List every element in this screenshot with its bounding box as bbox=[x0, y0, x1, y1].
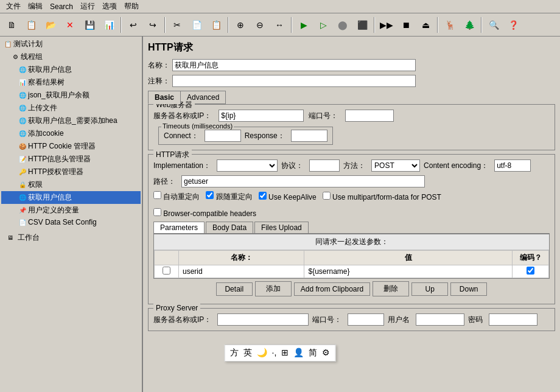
proxy-server-input[interactable] bbox=[217, 313, 309, 326]
item-icon-12: 📄 bbox=[18, 218, 27, 226]
name-input[interactable] bbox=[172, 59, 416, 71]
toolbar-remote-start[interactable]: ▶▶ bbox=[377, 16, 396, 34]
checkbox-browser-compat[interactable] bbox=[153, 208, 161, 216]
toolbar-open[interactable]: 📂 bbox=[41, 16, 60, 34]
toolbar-templates[interactable]: 📋 bbox=[22, 16, 40, 34]
toolbar-redo[interactable]: ↪ bbox=[144, 16, 162, 34]
toolbar-sep-2 bbox=[164, 17, 166, 33]
checkbox-auto-redirect-label[interactable]: 自动重定向 bbox=[153, 191, 200, 202]
toolbar-expand[interactable]: ⊕ bbox=[231, 16, 250, 34]
menu-run[interactable]: 运行 bbox=[77, 0, 99, 13]
proxy-user-input[interactable] bbox=[416, 313, 464, 326]
checkbox-browser-compat-text: Browser-compatible headers bbox=[163, 209, 256, 218]
toolbar-stop[interactable]: ⬤ bbox=[334, 16, 352, 34]
toolbar-toggle[interactable]: ↔ bbox=[270, 16, 289, 34]
inner-tab-parameters[interactable]: Parameters bbox=[153, 222, 205, 233]
menu-help[interactable]: 帮助 bbox=[121, 0, 142, 13]
menu-search[interactable]: Search bbox=[46, 1, 77, 12]
protocol-input[interactable] bbox=[309, 159, 340, 172]
item-icon-9: 🔒 bbox=[18, 181, 27, 189]
tree-item-3[interactable]: 🌐 上传文件 bbox=[1, 102, 141, 114]
toolbar-clear[interactable]: 🦌 bbox=[441, 16, 459, 34]
toolbar-cut[interactable]: ✂ bbox=[168, 16, 186, 34]
checkbox-browser-compat-label[interactable]: Browser-compatible headers bbox=[153, 208, 256, 218]
toolbar-stop-now[interactable]: ⬛ bbox=[353, 16, 371, 34]
toolbar-paste[interactable]: 📋 bbox=[207, 16, 225, 34]
tree-item-1[interactable]: 📊 察看结果树 bbox=[1, 76, 141, 89]
inner-tabs: Parameters Body Data Files Upload bbox=[153, 222, 550, 234]
proxy-port-input[interactable] bbox=[348, 313, 384, 326]
checkbox-multipart-label[interactable]: Use multipart/form-data for POST bbox=[323, 192, 441, 201]
item-label-3: 上传文件 bbox=[28, 103, 57, 113]
table-header-text: 同请求一起发送参数： bbox=[154, 234, 549, 250]
connect-input[interactable] bbox=[205, 130, 241, 142]
tree-item-9[interactable]: 🔒 权限 bbox=[1, 178, 141, 191]
toolbar-save[interactable]: 💾 bbox=[80, 16, 99, 34]
checkbox-multipart[interactable] bbox=[323, 192, 331, 200]
tab-basic[interactable]: Basic bbox=[148, 91, 181, 104]
tree-item-5[interactable]: 🌐 添加cookie bbox=[1, 127, 141, 140]
item-label-2: json_获取用户余额 bbox=[28, 90, 89, 100]
menu-edit[interactable]: 编辑 bbox=[24, 0, 46, 13]
comment-input[interactable] bbox=[172, 75, 416, 87]
workbench[interactable]: 🖥 工作台 bbox=[1, 230, 141, 245]
tree-item-0[interactable]: 🌐 获取用户信息 bbox=[1, 63, 141, 76]
ime-icon-4: ·, bbox=[272, 348, 277, 359]
tree-item-12[interactable]: 📄 CSV Data Set Config bbox=[1, 217, 141, 228]
tree-item-thread-group[interactable]: ⚙ 线程组 bbox=[1, 51, 141, 63]
server-input[interactable] bbox=[219, 110, 304, 122]
checkbox-keepalive-label[interactable]: Use KeepAlive bbox=[259, 192, 317, 201]
tree-item-7[interactable]: 📝 HTTP信息头管理器 bbox=[1, 153, 141, 166]
toolbar-clear-all[interactable]: 🌲 bbox=[460, 16, 478, 34]
item-label-9: 权限 bbox=[28, 180, 43, 190]
toolbar-copy[interactable]: 📄 bbox=[187, 16, 206, 34]
tree-item-11[interactable]: 📌 用户定义的变量 bbox=[1, 204, 141, 217]
impl-select[interactable] bbox=[217, 159, 278, 172]
toolbar-search[interactable]: 🔍 bbox=[485, 16, 503, 34]
tree-item-6[interactable]: 🍪 HTTP Cookie 管理器 bbox=[1, 140, 141, 153]
tree-item-2[interactable]: 🌐 json_获取用户余额 bbox=[1, 89, 141, 102]
tree-item-4[interactable]: 🌐 获取用户信息_需要添加hea bbox=[1, 114, 141, 127]
checkbox-follow-redirect-label[interactable]: 跟随重定向 bbox=[206, 191, 252, 202]
menu-file[interactable]: 文件 bbox=[2, 0, 24, 13]
protocol-label: 协议： bbox=[281, 161, 303, 171]
toolbar-start[interactable]: ▶ bbox=[295, 16, 313, 34]
port-input[interactable] bbox=[345, 110, 394, 122]
btn-add-from-clipboard[interactable]: Add from Clipboard bbox=[294, 282, 370, 296]
toolbar-save-as[interactable]: 📊 bbox=[100, 16, 118, 34]
tree-item-10[interactable]: 🌐 获取用户信息 bbox=[1, 191, 141, 204]
workbench-label: 工作台 bbox=[18, 233, 40, 242]
toolbar-collapse[interactable]: ⊖ bbox=[251, 16, 269, 34]
checkbox-auto-redirect[interactable] bbox=[153, 191, 161, 199]
menu-options[interactable]: 选项 bbox=[99, 0, 121, 13]
col-header-name: 名称： bbox=[179, 251, 304, 265]
checkbox-follow-redirect[interactable] bbox=[206, 191, 214, 199]
response-input[interactable] bbox=[291, 130, 327, 142]
path-input[interactable] bbox=[181, 175, 425, 187]
toolbar-help[interactable]: ❓ bbox=[504, 16, 522, 34]
toolbar-sep-3 bbox=[228, 17, 229, 33]
tree-item-8[interactable]: 🔑 HTTP授权管理器 bbox=[1, 166, 141, 178]
row-name-0: userid bbox=[179, 265, 304, 278]
btn-add[interactable]: 添加 bbox=[255, 281, 292, 296]
proxy-password-input[interactable] bbox=[489, 313, 537, 326]
checkbox-keepalive[interactable] bbox=[259, 192, 267, 200]
toolbar-start-no-pause[interactable]: ▷ bbox=[314, 16, 332, 34]
btn-up[interactable]: Up bbox=[411, 282, 448, 296]
row-encode-0[interactable] bbox=[527, 267, 534, 275]
toolbar-new[interactable]: 🗎 bbox=[2, 16, 21, 34]
inner-tab-body-data[interactable]: Body Data bbox=[206, 222, 253, 233]
inner-tab-files-upload[interactable]: Files Upload bbox=[254, 222, 309, 233]
toolbar-close[interactable]: ✕ bbox=[61, 16, 79, 34]
method-select[interactable]: POST bbox=[371, 159, 420, 172]
btn-delete[interactable]: 删除 bbox=[373, 281, 409, 296]
content-encoding-input[interactable] bbox=[494, 159, 531, 172]
toolbar-remote-exit[interactable]: ⏏ bbox=[416, 16, 435, 34]
btn-detail[interactable]: Detail bbox=[216, 282, 253, 296]
toolbar-remote-stop[interactable]: ⏹ bbox=[397, 16, 415, 34]
row-checkbox-0[interactable] bbox=[163, 267, 170, 275]
btn-down[interactable]: Down bbox=[450, 282, 487, 296]
col-header-value: 值 bbox=[304, 251, 513, 265]
tree-item-test-plan[interactable]: 📋 测试计划 bbox=[1, 38, 141, 51]
toolbar-undo[interactable]: ↩ bbox=[124, 16, 142, 34]
